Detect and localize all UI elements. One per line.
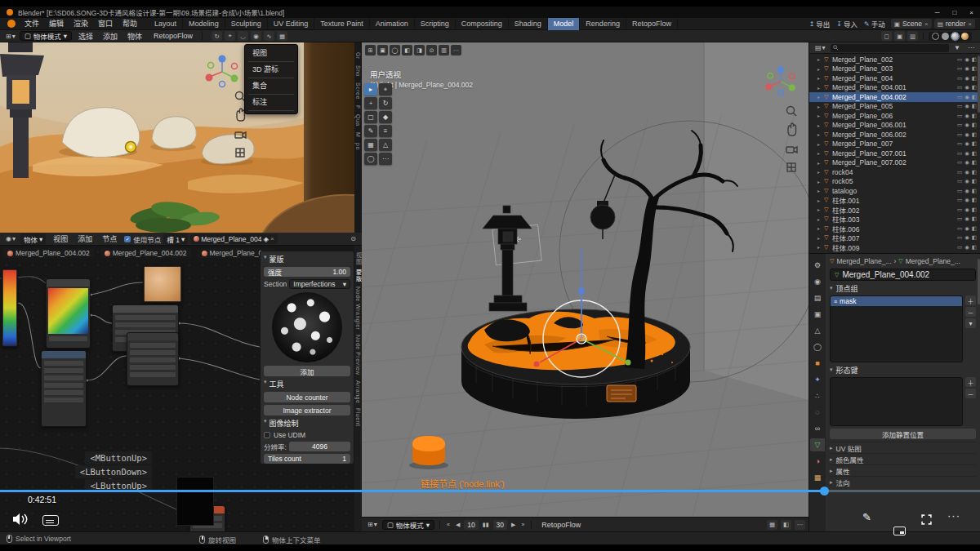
- shader-menu[interactable]: 视图: [48, 233, 73, 244]
- outliner-row[interactable]: ▸ ▽ 柱体.002 ▭◉◧: [809, 205, 980, 215]
- workspace-tab[interactable]: Model: [548, 18, 581, 30]
- expand-caret-icon[interactable]: ▸: [817, 150, 824, 156]
- hide-icon[interactable]: ◉: [964, 197, 969, 203]
- render-visibility-icon[interactable]: ◧: [972, 244, 977, 251]
- sidebar-tab[interactable]: Gr: [355, 52, 361, 60]
- preview-scene[interactable]: [0, 42, 362, 233]
- solid-shading-icon[interactable]: [942, 33, 949, 40]
- unlink-layer-icon[interactable]: ×: [968, 20, 972, 28]
- render-visibility-icon[interactable]: ◧: [972, 178, 977, 184]
- properties-tab[interactable]: ▣: [810, 308, 825, 321]
- shape-key-list[interactable]: [830, 377, 963, 426]
- tool-button[interactable]: Image extractor: [264, 405, 350, 415]
- expand-caret-icon[interactable]: ▸: [817, 75, 824, 81]
- hanging-lantern[interactable]: [590, 205, 615, 229]
- workspace-tab[interactable]: Shading: [509, 18, 548, 30]
- shader-menu[interactable]: 添加: [73, 233, 97, 244]
- sidebar-tab[interactable]: Node Wrangler: [355, 287, 361, 330]
- frame-start-field[interactable]: 10: [464, 520, 478, 530]
- add-item-button[interactable]: ＋: [965, 295, 976, 305]
- properties-tab[interactable]: ✦: [810, 373, 825, 386]
- hide-icon[interactable]: ◉: [964, 244, 969, 251]
- search-input[interactable]: [831, 44, 950, 52]
- context-menu-item[interactable]: 集合: [245, 79, 297, 93]
- properties-tab[interactable]: ⚙: [810, 259, 825, 272]
- hide-icon[interactable]: ◉: [964, 140, 969, 147]
- expand-caret-icon[interactable]: ▸: [817, 56, 824, 62]
- viewport-visibility-icon[interactable]: ▭: [957, 84, 962, 91]
- outliner-row[interactable]: ▸ ▽ Merged_Plane_003 ▭◉◧: [809, 64, 980, 74]
- overlay-toggle-icon[interactable]: ▣: [894, 31, 905, 41]
- menu-item[interactable]: 窗口: [93, 18, 118, 30]
- toolbar-menu[interactable]: 添加: [98, 31, 122, 42]
- mix-node[interactable]: [127, 332, 179, 386]
- pin-icon[interactable]: ⊙: [348, 235, 359, 242]
- udim-checkbox[interactable]: [264, 432, 270, 438]
- sidebar-tab[interactable]: Arrange: [355, 380, 361, 403]
- viewport-visibility-icon[interactable]: ▭: [957, 188, 962, 194]
- viewport-visibility-icon[interactable]: ▭: [957, 122, 962, 128]
- render-visibility-icon[interactable]: ◧: [972, 75, 977, 82]
- material-shading-icon[interactable]: [951, 33, 959, 40]
- properties-tab[interactable]: ◌: [810, 406, 825, 419]
- unlink-scene-icon[interactable]: ×: [924, 20, 929, 28]
- more-options-icon[interactable]: ···: [947, 509, 960, 522]
- remove-item-button[interactable]: －: [965, 307, 976, 317]
- viewport-visibility-icon[interactable]: ▭: [957, 103, 962, 109]
- viewport-visibility-icon[interactable]: ▭: [957, 75, 962, 82]
- expand-caret-icon[interactable]: ▸: [817, 66, 824, 72]
- toolbar-icon[interactable]: ⌖: [225, 31, 235, 41]
- properties-tab[interactable]: ◑: [810, 455, 825, 468]
- render-visibility-icon[interactable]: ◧: [972, 150, 977, 157]
- render-visibility-icon[interactable]: ◧: [972, 188, 977, 194]
- sidebar-tab[interactable]: po: [355, 143, 361, 150]
- viewport-tool-button[interactable]: ▸: [364, 83, 377, 96]
- pause-icon[interactable]: ▮▮: [481, 522, 491, 528]
- shader-type-dropdown[interactable]: 物体▾: [20, 233, 46, 245]
- datablock-name-field[interactable]: ▽ Merged_Plane_004.002: [830, 269, 976, 281]
- outliner-row[interactable]: ▸ ▽ 柱体.006 ▭◉◧: [809, 224, 980, 233]
- close-button[interactable]: ×: [969, 9, 973, 16]
- more-icon[interactable]: ⋯: [795, 520, 805, 530]
- viewport-visibility-icon[interactable]: ▭: [957, 207, 962, 213]
- render-visibility-icon[interactable]: ◧: [972, 234, 977, 241]
- context-menu-item[interactable]: 视图: [245, 47, 297, 60]
- sidebar-tab[interactable]: Sho: [355, 65, 361, 77]
- image-thumbnail-node[interactable]: [143, 265, 182, 303]
- viewport-header-icon[interactable]: ⊞: [365, 45, 376, 56]
- menu-item[interactable]: 渲染: [69, 18, 93, 30]
- volume-icon[interactable]: [11, 513, 29, 526]
- value-node[interactable]: [41, 350, 87, 427]
- sidebar-tab[interactable]: Fluent: [355, 408, 361, 426]
- sidebar-tab[interactable]: M: [355, 132, 361, 137]
- video-progress-bar[interactable]: [0, 490, 980, 492]
- annotate-pencil-icon[interactable]: ✎: [862, 511, 871, 523]
- viewport-header-icon[interactable]: ◯: [390, 45, 400, 56]
- sidebar-tab[interactable]: Node Preview: [355, 335, 361, 375]
- viewport-tool-button[interactable]: +: [364, 97, 377, 109]
- navigation-gizmo[interactable]: [203, 52, 242, 91]
- outliner-row[interactable]: ▸ ▽ Merged_Plane_004.001 ▭◉◧: [809, 83, 980, 93]
- expand-caret-icon[interactable]: ▸: [817, 94, 824, 100]
- render-visibility-icon[interactable]: ◧: [972, 216, 977, 222]
- viewport-visibility-icon[interactable]: ▭: [957, 216, 962, 222]
- viewport-visibility-icon[interactable]: ▭: [957, 56, 962, 63]
- hide-icon[interactable]: ◉: [964, 122, 969, 128]
- sidebar-tab[interactable]: 视图: [354, 252, 363, 264]
- subtitle-icon[interactable]: [42, 515, 59, 526]
- properties-tab[interactable]: ▽: [810, 438, 825, 451]
- workspace-tab[interactable]: Animation: [370, 18, 415, 30]
- options-icon[interactable]: ⋯: [965, 44, 977, 51]
- expand-caret-icon[interactable]: ▸: [817, 113, 824, 118]
- specials-button[interactable]: ▾: [965, 318, 976, 328]
- editor-type-button[interactable]: ◉▾: [3, 235, 18, 242]
- viewport-header-icon[interactable]: ⊙: [426, 45, 437, 56]
- editor-type-button[interactable]: ⊞▾: [365, 521, 380, 528]
- toolbar-menu[interactable]: 物体: [122, 31, 147, 42]
- addon-action-button[interactable]: ✎手动: [861, 19, 889, 29]
- workspace-tab[interactable]: Sculpting: [225, 18, 268, 30]
- render-visibility-icon[interactable]: ◧: [972, 131, 977, 138]
- shading-mode-switch[interactable]: [929, 32, 972, 41]
- viewport-tool-button[interactable]: ◆: [379, 111, 392, 123]
- outliner-row[interactable]: ▸ ▽ 柱体.001 ▭◉◧: [809, 196, 980, 206]
